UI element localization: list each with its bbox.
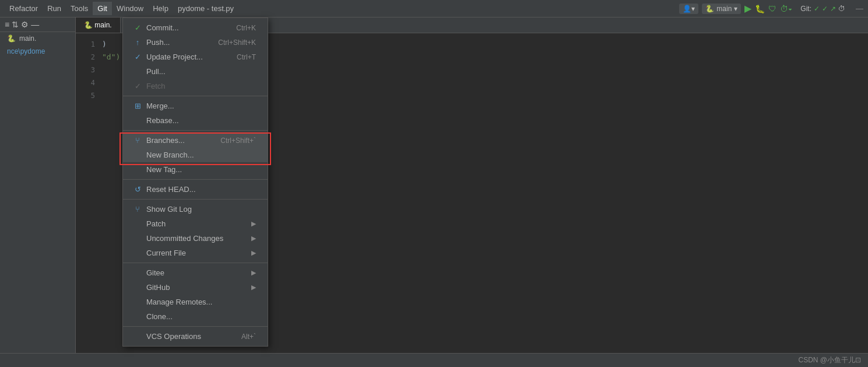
fetch-label: Fetch <box>146 82 256 90</box>
menu-item-reset[interactable]: ↺ Reset HEAD... <box>123 182 268 197</box>
branch-label: main <box>716 5 732 13</box>
menu-window[interactable]: Window <box>112 2 148 15</box>
menu-item-vcs-operations[interactable]: VCS Operations Alt+` <box>123 329 268 344</box>
github-label: GitHub <box>146 283 247 292</box>
python-icon: 🐍 <box>705 5 714 13</box>
menu-tools[interactable]: Tools <box>66 2 93 15</box>
git-clock-icon[interactable]: ⏱ <box>838 5 845 13</box>
new-branch-label: New Branch... <box>146 151 256 159</box>
menu-item-current-file[interactable]: Current File ▶ <box>123 246 268 260</box>
branches-shortcut: Ctrl+Shift+` <box>220 137 256 145</box>
minimize-icon[interactable]: — <box>856 4 863 13</box>
user-icon: 👤▾ <box>683 5 695 13</box>
separator-5 <box>123 263 268 263</box>
chevron-down-icon: ▾ <box>734 5 737 13</box>
menu-refactor[interactable]: Refactor <box>5 2 43 15</box>
menu-item-new-branch[interactable]: New Branch... <box>123 148 268 162</box>
menu-item-gitee[interactable]: Gitee ▶ <box>123 265 268 280</box>
menu-item-github[interactable]: GitHub ▶ <box>123 280 268 295</box>
window-title: pydome - test.py <box>173 2 238 15</box>
git-label: Git: <box>800 5 811 13</box>
branches-label: Branches... <box>146 136 209 145</box>
menu-item-fetch[interactable]: ✓ Fetch <box>123 79 268 93</box>
profile-icon[interactable]: ⏱▾ <box>780 4 792 13</box>
menu-item-uncommitted[interactable]: Uncommitted Changes ▶ <box>123 231 268 246</box>
uncommitted-arrow-icon: ▶ <box>251 235 256 242</box>
separator-6 <box>123 326 268 327</box>
separator-1 <box>123 96 268 96</box>
separator-4 <box>123 199 268 200</box>
menu-item-commit[interactable]: ✓ Commit... Ctrl+K <box>123 20 268 35</box>
coverage-icon[interactable]: 🛡 <box>768 4 776 13</box>
uncommitted-label: Uncommitted Changes <box>146 234 247 243</box>
menu-item-pull[interactable]: Pull... <box>123 64 268 79</box>
gitee-label: Gitee <box>146 268 247 277</box>
vcs-operations-label: VCS Operations <box>146 332 230 341</box>
git-push-icon[interactable]: ↗ <box>830 5 836 13</box>
menu-help[interactable]: Help <box>148 2 173 15</box>
git-status: Git: ✓ ✓ ↗ ⏱ <box>800 5 845 13</box>
menu-run[interactable]: Run <box>43 2 66 15</box>
commit-shortcut: Ctrl+K <box>236 24 256 32</box>
show-git-log-label: Show Git Log <box>146 205 256 214</box>
reset-label: Reset HEAD... <box>146 185 256 194</box>
vcs-operations-shortcut: Alt+` <box>241 333 256 341</box>
git-check1-icon[interactable]: ✓ <box>814 5 820 13</box>
separator-2 <box>123 130 268 131</box>
clone-label: Clone... <box>146 312 256 321</box>
menu-item-push[interactable]: ↑ Push... Ctrl+Shift+K <box>123 35 268 50</box>
menu-item-manage-remotes[interactable]: Manage Remotes... <box>123 295 268 309</box>
gitee-arrow-icon: ▶ <box>251 269 256 277</box>
dropdown-overlay: ✓ Commit... Ctrl+K ↑ Push... Ctrl+Shift+… <box>0 18 868 367</box>
menu-item-branches[interactable]: ⑂ Branches... Ctrl+Shift+` <box>123 133 268 148</box>
fetch-icon: ✓ <box>132 82 143 90</box>
git-dropdown-menu: ✓ Commit... Ctrl+K ↑ Push... Ctrl+Shift+… <box>122 18 268 347</box>
branches-icon: ⑂ <box>132 136 143 145</box>
push-shortcut: Ctrl+Shift+K <box>218 39 256 47</box>
patch-arrow-icon: ▶ <box>251 220 256 228</box>
menu-item-update[interactable]: ✓ Update Project... Ctrl+T <box>123 50 268 64</box>
show-git-log-icon: ⑂ <box>132 205 143 214</box>
user-button[interactable]: 👤▾ <box>679 4 698 14</box>
branch-selector[interactable]: 🐍 main ▾ <box>702 4 741 14</box>
menubar: Refactor Run Tools Git Window Help pydom… <box>0 0 868 18</box>
pull-label: Pull... <box>146 67 256 76</box>
merge-icon: ⊞ <box>132 102 143 110</box>
rebase-label: Rebase... <box>146 116 256 125</box>
patch-label: Patch <box>146 219 247 228</box>
commit-icon: ✓ <box>132 23 143 32</box>
commit-label: Commit... <box>146 23 224 32</box>
menu-item-new-tag[interactable]: New Tag... <box>123 162 268 177</box>
debug-icon[interactable]: 🐛 <box>755 4 765 13</box>
merge-label: Merge... <box>146 102 256 110</box>
menu-item-merge[interactable]: ⊞ Merge... <box>123 99 268 113</box>
run-icon[interactable]: ▶ <box>744 3 751 14</box>
current-file-arrow-icon: ▶ <box>251 249 256 257</box>
update-shortcut: Ctrl+T <box>237 53 256 61</box>
github-arrow-icon: ▶ <box>251 284 256 291</box>
menu-item-patch[interactable]: Patch ▶ <box>123 216 268 231</box>
update-icon: ✓ <box>132 53 143 61</box>
manage-remotes-label: Manage Remotes... <box>146 298 256 306</box>
menu-git[interactable]: Git <box>93 2 112 15</box>
push-icon: ↑ <box>132 38 143 47</box>
menu-item-rebase[interactable]: Rebase... <box>123 113 268 128</box>
new-tag-label: New Tag... <box>146 165 256 174</box>
toolbar-right: 👤▾ 🐍 main ▾ ▶ 🐛 🛡 ⏱▾ Git: ✓ ✓ ↗ ⏱ — <box>679 3 863 14</box>
menu-item-show-git-log[interactable]: ⑂ Show Git Log <box>123 202 268 216</box>
reset-icon: ↺ <box>132 185 143 194</box>
git-check2-icon[interactable]: ✓ <box>822 5 828 13</box>
current-file-label: Current File <box>146 249 247 257</box>
separator-3 <box>123 179 268 180</box>
update-label: Update Project... <box>146 53 225 61</box>
push-label: Push... <box>146 38 206 47</box>
menu-item-clone[interactable]: Clone... <box>123 309 268 324</box>
